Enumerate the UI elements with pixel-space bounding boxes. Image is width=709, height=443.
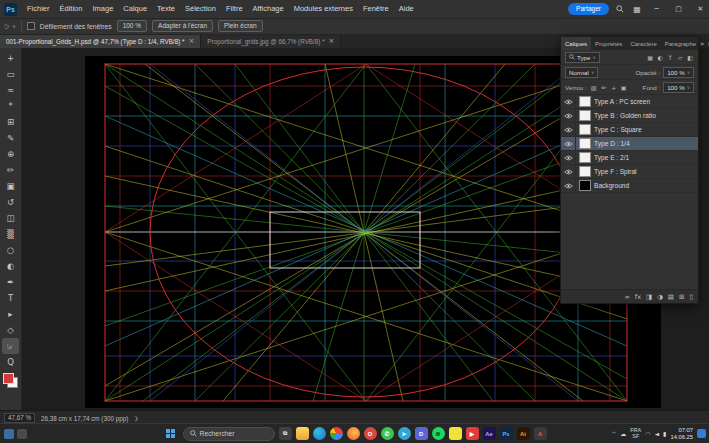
filter-smart-objects-icon[interactable]: ◧ <box>686 54 694 61</box>
menu-texte[interactable]: Texte <box>152 0 180 18</box>
adjustment-layer-icon[interactable]: ◑ <box>657 293 663 301</box>
close-tab-icon[interactable]: × <box>329 37 335 45</box>
app-illustrator[interactable]: Ai <box>517 427 530 440</box>
share-button[interactable]: Partager <box>568 3 609 15</box>
menu-fenêtre[interactable]: Fenêtre <box>358 0 394 18</box>
shape-tool[interactable]: ◇ <box>2 322 19 338</box>
onedrive-cloud-icon[interactable]: ☁ <box>620 430 626 437</box>
panel-tab-calques[interactable]: Calques <box>561 37 591 50</box>
blend-mode-select[interactable]: Normal ∨ <box>565 67 598 78</box>
app-spotify[interactable]: ≋ <box>432 427 445 440</box>
lock-paint-icon[interactable]: ✏ <box>600 84 608 91</box>
battery-icon[interactable]: ▮ <box>663 430 666 437</box>
layer-group-icon[interactable]: ▤ <box>668 293 674 301</box>
panel-tab-propriétés[interactable]: Propriétés <box>591 37 626 50</box>
menu-modules-externes[interactable]: Modules externes <box>289 0 358 18</box>
scroll-all-windows-checkbox[interactable] <box>27 22 35 30</box>
color-swatches[interactable] <box>3 373 18 388</box>
start-button[interactable] <box>163 426 179 442</box>
foreground-color-swatch[interactable] <box>3 373 14 384</box>
notification-center-icon[interactable] <box>697 429 706 438</box>
visibility-toggle[interactable] <box>561 165 576 178</box>
filter-adjustment-layers-icon[interactable]: ◐ <box>656 54 664 61</box>
maximize-button[interactable]: ▢ <box>670 0 687 18</box>
gradient-tool[interactable]: ▒ <box>2 226 19 242</box>
app-chrome[interactable] <box>330 427 343 440</box>
link-layers-icon[interactable]: ∞ <box>624 293 629 301</box>
app-discord[interactable]: D <box>415 427 428 440</box>
document-tab[interactable]: Proportional_grids.jpg @ 66,7% (RVB/8) *… <box>201 34 341 48</box>
app-task-view[interactable]: ⧉ <box>279 427 292 440</box>
panel-tab-paragraphe[interactable]: Paragraphe <box>661 37 700 50</box>
layer-row[interactable]: Type B : Golden ratio <box>561 109 698 123</box>
fill-select[interactable]: 100 % ∨ <box>663 82 694 93</box>
hand-tool[interactable]: ☞ <box>2 338 19 354</box>
fit-screen-button[interactable]: Adapter à l'écran <box>152 20 213 32</box>
menu-affichage[interactable]: Affichage <box>248 0 289 18</box>
filter-pixel-layers-icon[interactable]: ▦ <box>646 54 654 61</box>
eyedropper-tool[interactable]: ✎ <box>2 130 19 146</box>
fill-screen-button[interactable]: Plein écran <box>218 20 263 32</box>
layer-mask-icon[interactable]: ◨ <box>646 293 652 301</box>
document-tab[interactable]: 001-Proportional_Grids_H.psd @ 47,7% (Ty… <box>0 34 201 48</box>
hidden-icons-chevron[interactable]: ^ <box>611 430 616 437</box>
move-tool[interactable]: + <box>2 50 19 66</box>
layer-row[interactable]: Background <box>561 179 698 193</box>
visibility-toggle[interactable] <box>561 95 576 108</box>
filter-shape-layers-icon[interactable]: ▱ <box>676 54 684 61</box>
menu-sélection[interactable]: Sélection <box>180 0 221 18</box>
quick-selection-tool[interactable]: * <box>2 98 19 114</box>
workspace-switcher-icon[interactable]: ▦ <box>631 5 643 14</box>
lock-transparency-icon[interactable]: ▨ <box>590 84 598 91</box>
path-selection-tool[interactable]: ▸ <box>2 306 19 322</box>
menu-image[interactable]: Image <box>87 0 118 18</box>
close-tab-icon[interactable]: × <box>188 37 194 45</box>
visibility-toggle[interactable] <box>561 109 576 122</box>
app-telegram[interactable]: ➤ <box>398 427 411 440</box>
app-snapchat[interactable] <box>449 427 462 440</box>
clone-stamp-tool[interactable]: ▣ <box>2 178 19 194</box>
visibility-toggle[interactable] <box>561 179 576 192</box>
close-button[interactable]: ✕ <box>692 0 709 18</box>
app-photoshop[interactable]: Ps <box>500 427 513 440</box>
pen-tool[interactable]: ✒ <box>2 274 19 290</box>
layer-row[interactable]: Type F : Spiral <box>561 165 698 179</box>
visibility-toggle[interactable] <box>561 123 576 136</box>
status-chevron-icon[interactable]: ❯ <box>134 415 138 421</box>
new-layer-icon[interactable]: ⊞ <box>679 293 684 301</box>
layer-row[interactable]: Type E : 2/1 <box>561 151 698 165</box>
minimize-button[interactable]: ─ <box>648 0 665 18</box>
type-tool[interactable]: T <box>2 290 19 306</box>
menu-calque[interactable]: Calque <box>118 0 152 18</box>
app-youtube[interactable]: ▶ <box>466 427 479 440</box>
delete-layer-icon[interactable]: ▯ <box>689 293 693 301</box>
zoom-level-field[interactable]: 47,67 % <box>4 413 35 424</box>
crop-tool[interactable]: ⊞ <box>2 114 19 130</box>
layer-row[interactable]: Type D : 1/4 <box>561 137 698 151</box>
blur-tool[interactable]: ○ <box>2 242 19 258</box>
zoom-tool[interactable]: Q <box>2 354 19 370</box>
history-brush-tool[interactable]: ↺ <box>2 194 19 210</box>
zoom-100-button[interactable]: 100 % <box>117 20 147 32</box>
lasso-tool[interactable]: ≈ <box>2 82 19 98</box>
lock-position-icon[interactable]: + <box>610 84 618 91</box>
app-file-explorer[interactable] <box>296 427 309 440</box>
clock[interactable]: 07:07 14.06.25 <box>670 427 693 440</box>
app-whatsapp[interactable]: ✆ <box>381 427 394 440</box>
panel-tab-caractère[interactable]: Caractère <box>626 37 660 50</box>
menu-aide[interactable]: Aide <box>394 0 419 18</box>
menu-filtre[interactable]: Filtre <box>221 0 248 18</box>
app-opera[interactable]: O <box>364 427 377 440</box>
opacity-select[interactable]: 100 % ∨ <box>663 67 694 78</box>
app-edge[interactable] <box>313 427 326 440</box>
filter-type-layers-icon[interactable]: T <box>666 54 674 61</box>
dodge-tool[interactable]: ◐ <box>2 258 19 274</box>
menu-fichier[interactable]: Fichier <box>22 0 55 18</box>
brush-tool[interactable]: ✏ <box>2 162 19 178</box>
lock-all-icon[interactable]: ▣ <box>620 84 628 91</box>
taskbar-search[interactable]: Rechercher <box>183 427 275 441</box>
marquee-tool[interactable]: ▭ <box>2 66 19 82</box>
layer-row[interactable]: Type A : PC screen <box>561 95 698 109</box>
wifi-icon[interactable]: ◠ <box>645 430 650 437</box>
current-tool-icon[interactable]: ☞∨ <box>4 22 16 31</box>
